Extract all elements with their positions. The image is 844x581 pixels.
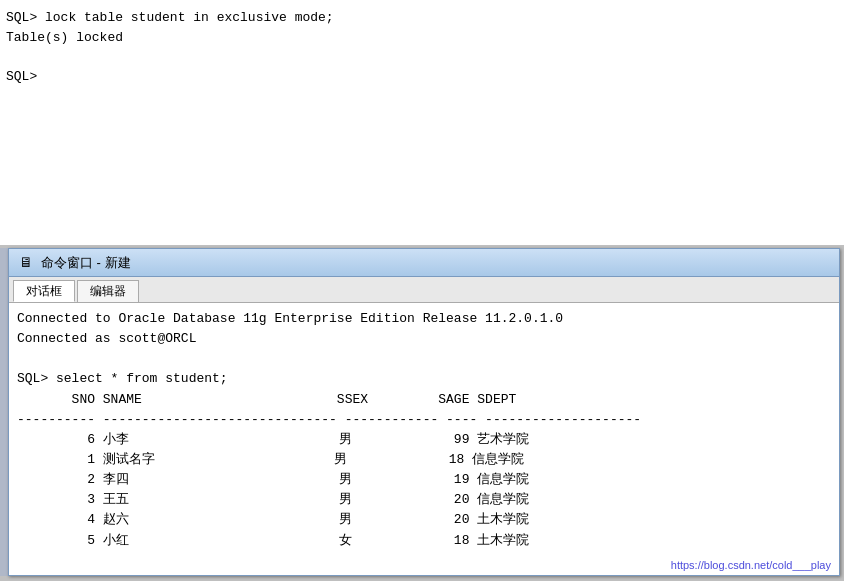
- content-line-3: [17, 349, 831, 369]
- content-line-10: 3 王五 男 20 信息学院: [17, 490, 831, 510]
- content-line-1: Connected to Oracle Database 11g Enterpr…: [17, 309, 831, 329]
- tab-editor[interactable]: 编辑器: [77, 280, 139, 302]
- top-line-3: [6, 47, 838, 67]
- window-content: Connected to Oracle Database 11g Enterpr…: [9, 303, 839, 575]
- content-line-14: 6 rows selected: [17, 571, 831, 575]
- watermark: https://blog.csdn.net/cold___play: [671, 559, 831, 571]
- tab-dialog[interactable]: 对话框: [13, 280, 75, 302]
- content-line-11: 4 赵六 男 20 土木学院: [17, 510, 831, 530]
- top-line-4: SQL>: [6, 67, 838, 87]
- content-line-9: 2 李四 男 19 信息学院: [17, 470, 831, 490]
- content-line-2: Connected as scott@ORCL: [17, 329, 831, 349]
- bottom-window: 🖥 命令窗口 - 新建 对话框 编辑器 Connected to Oracle …: [8, 248, 840, 576]
- titlebar-icon: 🖥: [17, 254, 35, 272]
- tabbar: 对话框 编辑器: [9, 277, 839, 303]
- top-terminal: SQL> lock table student in exclusive mod…: [0, 0, 844, 245]
- titlebar: 🖥 命令窗口 - 新建: [9, 249, 839, 277]
- content-line-12: 5 小红 女 18 土木学院: [17, 531, 831, 551]
- content-line-4: SQL> select * from student;: [17, 369, 831, 389]
- content-line-6: ---------- -----------------------------…: [17, 410, 831, 430]
- titlebar-title: 命令窗口 - 新建: [41, 254, 131, 272]
- top-line-1: SQL> lock table student in exclusive mod…: [6, 8, 838, 28]
- top-line-2: Table(s) locked: [6, 28, 838, 48]
- content-line-8: 1 测试名字 男 18 信息学院: [17, 450, 831, 470]
- content-line-5: SNO SNAME SSEX SAGE SDEPT: [17, 390, 831, 410]
- left-accent: [0, 248, 8, 576]
- content-line-7: 6 小李 男 99 艺术学院: [17, 430, 831, 450]
